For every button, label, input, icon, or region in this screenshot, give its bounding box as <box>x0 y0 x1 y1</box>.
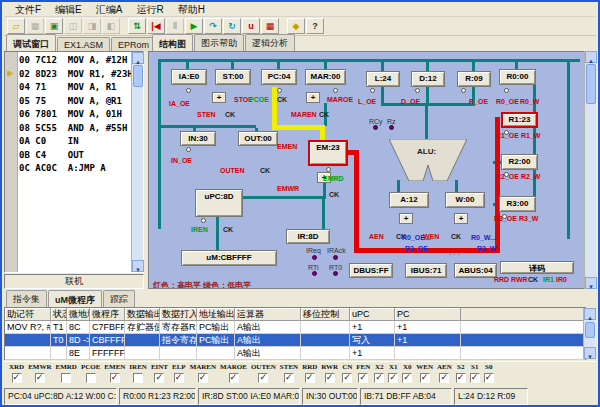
signal-checkbox-RRD[interactable] <box>305 373 315 383</box>
register-ibus[interactable]: IBUS:71 <box>405 263 447 278</box>
help-button[interactable]: ? <box>306 18 324 34</box>
step-into-button[interactable]: ↷ <box>204 18 222 34</box>
register-r0[interactable]: R0:00 <box>499 69 536 85</box>
menu-item-R[interactable]: 运行R <box>129 3 170 17</box>
signal-checkbox-STEN[interactable] <box>284 373 294 383</box>
tab-right-2[interactable]: 逻辑分析 <box>245 34 295 51</box>
signal-checkbox-AEN[interactable] <box>439 373 449 383</box>
signal-checkbox-PCOE[interactable] <box>86 373 96 383</box>
code-scrollbar[interactable] <box>131 52 143 272</box>
register-r2[interactable]: R2:00 <box>501 154 538 170</box>
code-line[interactable]: 08 5C55 AND A, #55H <box>19 122 131 136</box>
register-ir[interactable]: IR:8D <box>286 229 330 244</box>
register-d[interactable]: D:12 <box>411 71 445 87</box>
scroll-up-icon[interactable] <box>584 308 596 320</box>
signal-checkbox-FEN[interactable] <box>358 373 368 383</box>
signal-checkbox-MAROE[interactable] <box>229 373 239 383</box>
logic-analyzer-button[interactable]: ▦ <box>261 18 279 34</box>
register-ia[interactable]: IA:E0 <box>171 69 207 85</box>
menu-item-F[interactable]: 文件F <box>8 3 48 17</box>
tab-left-2[interactable]: EPRom <box>111 37 156 51</box>
signal-checkbox-X0[interactable] <box>402 373 412 383</box>
signal-checkbox-EMEN[interactable] <box>110 373 120 383</box>
tab-bottom-0[interactable]: 指令集 <box>6 290 47 307</box>
signal-checkbox-EINT[interactable] <box>154 373 164 383</box>
menu-item-H[interactable]: 帮助H <box>171 3 212 17</box>
signal-checkbox-MAREN[interactable] <box>198 373 208 383</box>
signal-checkbox-RWR[interactable] <box>325 373 335 383</box>
code-line[interactable]: 05 75 MOV A, @R1 <box>19 95 131 109</box>
menu-item-A[interactable]: 汇编A <box>89 3 130 17</box>
register-in[interactable]: IN:30 <box>180 131 216 146</box>
assemble-button[interactable]: ▣ <box>45 18 63 34</box>
run-button[interactable]: ▶ <box>185 18 203 34</box>
tab-bottom-2[interactable]: 跟踪 <box>103 290 135 307</box>
signal-checkbox-CN[interactable] <box>342 373 352 383</box>
scroll-down-icon[interactable] <box>585 277 597 289</box>
signal-MAROE: MAROE <box>220 363 247 386</box>
scroll-thumb[interactable] <box>586 64 596 104</box>
register-em[interactable]: EM:23 <box>308 140 348 166</box>
register-r1[interactable]: R1:23 <box>501 112 538 128</box>
alu-shape <box>389 139 467 181</box>
tab-bottom-1[interactable]: uM微程序 <box>48 290 102 308</box>
signal-checkbox-X2[interactable] <box>374 373 384 383</box>
code-line[interactable]: 0A C0 IN <box>19 135 131 149</box>
signal-checkbox-ELP[interactable] <box>174 373 184 383</box>
register-areg[interactable]: A:12 <box>389 192 429 208</box>
register-wreg[interactable]: W:00 <box>445 192 485 208</box>
scroll-up-icon[interactable] <box>132 52 144 64</box>
tab-right-1[interactable]: 图示帮助 <box>194 34 244 51</box>
code-line[interactable]: 06 7801 MOV A, 01H <box>19 108 131 122</box>
scroll-thumb[interactable] <box>133 65 143 87</box>
menu-item-E[interactable]: 编辑E <box>48 3 89 17</box>
signal-checkbox-OUTEN[interactable] <box>258 373 268 383</box>
register-decoder[interactable]: 译码 <box>500 261 574 274</box>
signal-checkbox-X1[interactable] <box>388 373 398 383</box>
signal-checkbox-EMRD[interactable] <box>61 373 71 383</box>
table-row[interactable]: 8EFFFFFFA输出+1 <box>5 347 585 360</box>
signal-checkbox-EMWR[interactable] <box>35 373 45 383</box>
signal-checkbox-XRD[interactable] <box>12 373 22 383</box>
register-out[interactable]: OUT:00 <box>238 131 278 146</box>
signal-checkbox-WEN[interactable] <box>420 373 430 383</box>
signal-label-EMEN: EMEN <box>277 143 297 150</box>
scroll-down-icon[interactable] <box>584 347 596 359</box>
refresh-button[interactable]: ⇅ <box>128 18 146 34</box>
scroll-up-icon[interactable] <box>585 51 597 63</box>
scroll-down-icon[interactable] <box>132 260 144 272</box>
signal-checkbox-S1[interactable] <box>470 373 480 383</box>
table-row[interactable]: MOV R?, #IIT18CC7FBFF存贮器值EM寄存器R?PC输出A输出+… <box>5 321 585 334</box>
signal-checkbox-S0[interactable] <box>484 373 494 383</box>
step-over-button[interactable]: ↻ <box>223 18 241 34</box>
diagram-scrollbar[interactable] <box>584 51 596 289</box>
tab-left-1[interactable]: EX1.ASM <box>57 37 110 51</box>
reset-button[interactable]: |◀ <box>147 18 165 34</box>
code-line[interactable]: 02 8D23 MOV R1, #23H <box>19 68 131 82</box>
code-line[interactable]: 00 7C12 MOV A, #12H <box>19 54 131 68</box>
register-st[interactable]: ST:00 <box>215 69 251 85</box>
signal-label-Rz: Rz <box>387 118 396 125</box>
register-r[interactable]: R:09 <box>457 71 491 87</box>
register-upc[interactable]: uPC:8D <box>195 189 243 217</box>
register-abus[interactable]: ABUS:04 <box>454 263 497 278</box>
open-button[interactable]: ▱ <box>7 18 25 34</box>
register-r3[interactable]: R3:00 <box>499 196 536 212</box>
register-dbus[interactable]: DBUS:FF <box>349 263 393 278</box>
signal-checkbox-IREN[interactable] <box>133 373 143 383</box>
table-scrollbar[interactable] <box>583 308 595 359</box>
register-mar[interactable]: MAR:00 <box>305 69 346 85</box>
table-row[interactable]: T08D ->CBFFFF指令寄存器IRPC输出A输出写入+1 <box>5 334 585 347</box>
tab-right-0[interactable]: 结构图 <box>152 34 193 52</box>
signal-checkbox-S2[interactable] <box>456 373 466 383</box>
scroll-thumb[interactable] <box>585 322 595 338</box>
register-um[interactable]: uM:CBFFFF <box>181 250 277 266</box>
code-line[interactable]: 0B C4 OUT <box>19 149 131 163</box>
code-line[interactable]: 0C AC0C A:JMP A <box>19 162 131 176</box>
demo-button[interactable]: ◆ <box>287 18 305 34</box>
register-l[interactable]: L:24 <box>366 71 400 87</box>
tab-left-0[interactable]: 调试窗口 <box>6 34 56 52</box>
register-pc[interactable]: PC:04 <box>261 69 297 85</box>
code-line[interactable]: 04 71 MOV A, R1 <box>19 81 131 95</box>
run-micro-button[interactable]: u <box>242 18 260 34</box>
